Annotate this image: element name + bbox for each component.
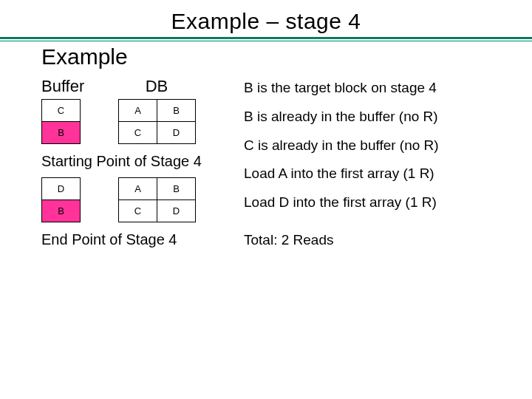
buffer-cell: B (42, 200, 81, 222)
table-row: C A B (42, 100, 196, 122)
db-cell: B (157, 100, 196, 122)
bullet-item: B is already in the buffer (no R) (244, 109, 502, 126)
gap-cell (81, 100, 119, 122)
db-cell: C (119, 200, 157, 222)
bullet-item: Load A into the first array (1 R) (244, 166, 502, 183)
total-line: Total: 2 Reads (244, 232, 502, 248)
header-buffer: Buffer (41, 77, 112, 96)
left-column: Buffer DB C A B B C D Starting Point of … (22, 77, 244, 256)
header-db: DB (112, 77, 201, 96)
table-row: B C D (42, 200, 196, 222)
content-area: Buffer DB C A B B C D Starting Point of … (22, 77, 510, 256)
db-cell: B (157, 178, 196, 200)
gap-cell (81, 200, 119, 222)
right-column: B is the target block on stage 4 B is al… (244, 77, 510, 256)
starting-table: C A B B C D (41, 99, 196, 144)
bullet-item: Load D into the first array (1 R) (244, 194, 502, 211)
table-row: D A B (42, 178, 196, 200)
buffer-cell: D (42, 178, 81, 200)
table-row: B C D (42, 122, 196, 144)
slide: Example – stage 4 Example Buffer DB C A … (0, 0, 532, 399)
db-cell: D (157, 122, 196, 144)
subtitle: Example (41, 44, 510, 69)
page-title: Example – stage 4 (22, 9, 510, 34)
db-cell: D (157, 200, 196, 222)
title-rule (22, 37, 510, 43)
bullet-item: C is already in the buffer (no R) (244, 137, 502, 154)
db-cell: A (119, 178, 157, 200)
gap-cell (81, 178, 119, 200)
bullet-item: B is the target block on stage 4 (244, 80, 502, 97)
ending-table: D A B B C D (41, 177, 196, 222)
starting-caption: Starting Point of Stage 4 (41, 153, 244, 170)
bullet-list: B is the target block on stage 4 B is al… (244, 80, 502, 211)
buffer-cell: C (42, 100, 81, 122)
buffer-cell: B (42, 122, 81, 144)
table-headers: Buffer DB (41, 77, 244, 96)
db-cell: C (119, 122, 157, 144)
ending-caption: End Point of Stage 4 (41, 231, 244, 248)
db-cell: A (119, 100, 157, 122)
gap-cell (81, 122, 119, 144)
